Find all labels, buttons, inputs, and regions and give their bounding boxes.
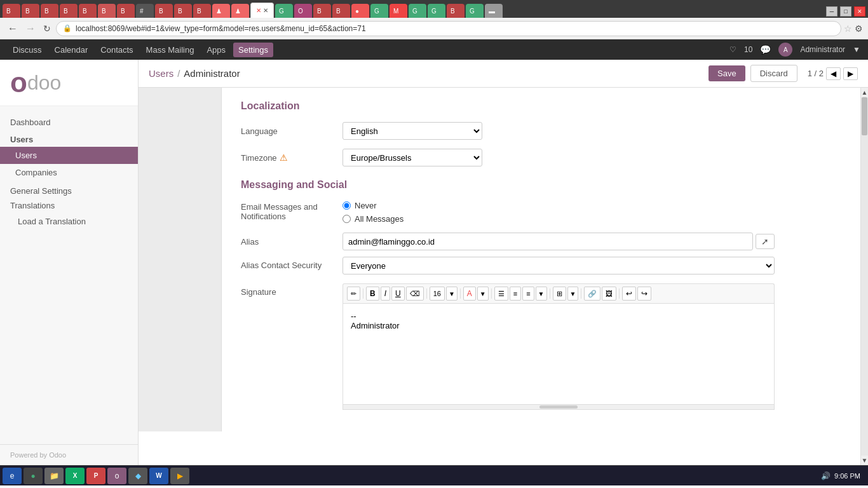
- toolbar-color-btn[interactable]: A: [463, 287, 476, 301]
- tab[interactable]: B: [174, 4, 192, 18]
- save-button[interactable]: Save: [709, 65, 745, 81]
- taskbar-item-media[interactable]: ▶: [170, 468, 189, 484]
- toolbar-color-dropdown[interactable]: ▼: [477, 287, 489, 301]
- taskbar-item-word[interactable]: W: [149, 468, 168, 484]
- menu-item-discuss[interactable]: Discuss: [8, 43, 47, 57]
- toolbar-table-dropdown[interactable]: ▼: [567, 287, 579, 301]
- toolbar-underline-btn[interactable]: U: [391, 287, 405, 301]
- toolbar-bullet-btn[interactable]: ☰: [494, 287, 508, 301]
- toolbar-eraser-btn[interactable]: ⌫: [406, 287, 424, 301]
- sidebar-item-load-translation[interactable]: Load a Translation: [0, 214, 138, 230]
- tab[interactable]: G: [409, 4, 426, 18]
- tab[interactable]: G: [428, 4, 445, 18]
- editor-scrollbar-thumb[interactable]: [539, 405, 578, 409]
- menu-item-calendar[interactable]: Calendar: [50, 43, 93, 57]
- tab[interactable]: ▬: [485, 4, 503, 18]
- tab[interactable]: G: [370, 4, 388, 18]
- menu-item-apps[interactable]: Apps: [201, 43, 231, 57]
- toolbar-fontsize-dropdown[interactable]: ▼: [446, 287, 458, 301]
- alias-input[interactable]: [342, 233, 753, 250]
- alias-external-link-button[interactable]: ➚: [756, 234, 775, 249]
- extensions-button[interactable]: ⚙: [855, 24, 863, 34]
- sidebar-item-dashboard[interactable]: Dashboard: [0, 114, 138, 131]
- maximize-button[interactable]: □: [840, 6, 851, 17]
- tab[interactable]: ♟: [231, 4, 249, 18]
- taskbar-item-ie[interactable]: e: [3, 468, 22, 484]
- address-bar-text[interactable]: localhost:8069/web#id=1&view_type=form&m…: [76, 24, 834, 33]
- menu-item-contacts[interactable]: Contacts: [95, 43, 138, 57]
- close-button[interactable]: ✕: [854, 6, 865, 17]
- toolbar-fontsize-btn[interactable]: 16: [430, 287, 445, 301]
- menu-item-settings[interactable]: Settings: [233, 43, 273, 57]
- sidebar-item-companies[interactable]: Companies: [0, 164, 138, 181]
- everyone-select[interactable]: EveryonePartnersFollowers: [342, 257, 775, 274]
- scrollbar-down-arrow[interactable]: ▼: [860, 456, 868, 465]
- tab[interactable]: B: [60, 4, 78, 18]
- tab[interactable]: #: [136, 4, 154, 18]
- sidebar-item-users[interactable]: Users: [0, 147, 138, 164]
- toolbar-table-btn[interactable]: ⊞: [553, 287, 566, 301]
- tab[interactable]: G: [466, 4, 484, 18]
- menu-item-mass-mailing[interactable]: Mass Mailing: [141, 43, 200, 57]
- taskbar-item-powerpoint[interactable]: P: [86, 468, 105, 484]
- tab[interactable]: B: [447, 4, 465, 18]
- toolbar-align-dropdown[interactable]: ▼: [536, 287, 547, 301]
- tab[interactable]: B: [332, 4, 350, 18]
- toolbar-pen-btn[interactable]: ✏: [347, 287, 360, 301]
- tab[interactable]: B: [117, 4, 135, 18]
- toolbar-undo-btn[interactable]: ↩: [622, 287, 636, 301]
- taskbar-item-chrome[interactable]: ●: [24, 468, 43, 484]
- toolbar-numbered-btn[interactable]: ≡: [510, 287, 521, 301]
- user-dropdown-icon[interactable]: ▼: [853, 45, 860, 54]
- tab[interactable]: B: [3, 4, 20, 18]
- toolbar-bold-btn[interactable]: B: [366, 287, 379, 301]
- breadcrumb-link[interactable]: Users: [149, 68, 173, 79]
- tab[interactable]: O: [294, 4, 312, 18]
- toolbar-italic-btn[interactable]: I: [381, 287, 390, 301]
- scrollbar-thumb[interactable]: [862, 97, 867, 135]
- tab[interactable]: ●: [351, 4, 369, 18]
- notification-icon[interactable]: ♡: [729, 45, 736, 54]
- taskbar-item-odoo[interactable]: o: [107, 468, 126, 484]
- bookmark-button[interactable]: ☆: [844, 24, 852, 34]
- user-name[interactable]: Administrator: [800, 45, 845, 54]
- refresh-button[interactable]: ↻: [41, 22, 53, 35]
- next-page-button[interactable]: ▶: [843, 67, 858, 80]
- right-scrollbar[interactable]: ▲ ▼: [860, 88, 868, 465]
- editor-body[interactable]: -- Administrator: [342, 303, 775, 405]
- tab[interactable]: B: [79, 4, 97, 18]
- taskbar-item-shapes[interactable]: ◆: [128, 468, 147, 484]
- taskbar-item-folder[interactable]: 📁: [44, 468, 64, 484]
- toolbar-image-btn[interactable]: 🖼: [602, 287, 616, 301]
- toolbar-redo-btn[interactable]: ↪: [637, 287, 651, 301]
- back-button[interactable]: ←: [5, 22, 20, 36]
- tab[interactable]: B: [22, 4, 39, 18]
- taskbar-item-excel[interactable]: X: [65, 468, 85, 484]
- discard-button[interactable]: Discard: [750, 65, 797, 82]
- forward-button[interactable]: →: [23, 22, 38, 36]
- toolbar-link-btn[interactable]: 🔗: [584, 287, 600, 301]
- sidebar-item-general-settings[interactable]: General Settings: [0, 181, 138, 198]
- tab[interactable]: ♟: [212, 4, 230, 18]
- sidebar-item-translations[interactable]: Translations: [0, 198, 138, 214]
- tab[interactable]: B: [313, 4, 331, 18]
- active-tab[interactable]: ✕ ✕: [250, 3, 274, 18]
- never-radio[interactable]: [342, 201, 351, 210]
- scrollbar-up-arrow[interactable]: ▲: [860, 88, 868, 97]
- toolbar-align-btn[interactable]: ≡: [522, 287, 534, 301]
- tab[interactable]: B: [155, 4, 173, 18]
- language-select[interactable]: EnglishFrenchSpanishGerman: [342, 122, 482, 140]
- tab[interactable]: B: [193, 4, 211, 18]
- tab[interactable]: G: [275, 4, 293, 18]
- all-messages-radio-label[interactable]: All Messages: [342, 214, 403, 224]
- chat-icon[interactable]: 💬: [760, 44, 771, 55]
- timezone-select[interactable]: Europe/BrusselsEurope/LondonAmerica/New_…: [342, 149, 482, 166]
- taskbar-volume-icon[interactable]: 🔊: [821, 471, 831, 480]
- prev-page-button[interactable]: ◀: [826, 67, 841, 80]
- tab[interactable]: M: [390, 4, 407, 18]
- tab[interactable]: B: [98, 4, 116, 18]
- minimize-button[interactable]: ─: [826, 6, 837, 17]
- all-messages-radio[interactable]: [342, 215, 351, 223]
- never-radio-label[interactable]: Never: [342, 201, 403, 210]
- tab[interactable]: B: [41, 4, 58, 18]
